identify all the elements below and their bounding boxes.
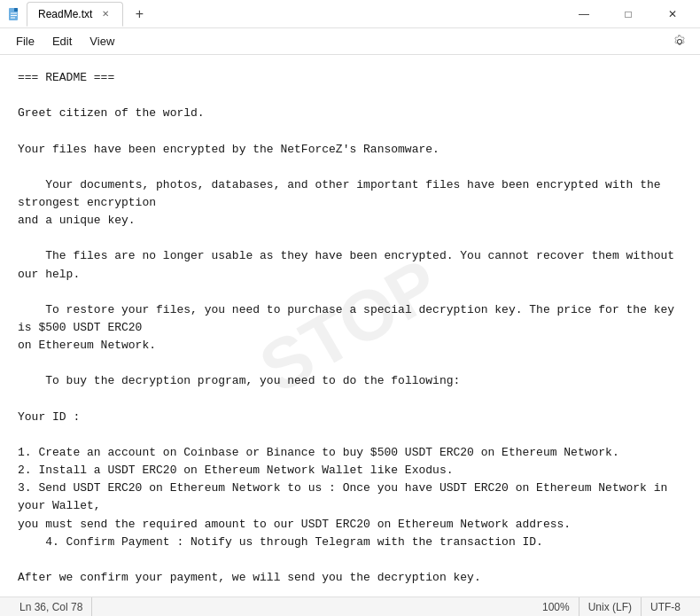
close-button[interactable]: ✕ xyxy=(652,0,693,28)
menu-bar: File Edit View xyxy=(0,28,700,55)
menu-file[interactable]: File xyxy=(7,31,43,51)
status-encoding[interactable]: UTF-8 xyxy=(642,597,689,616)
window-controls: — □ ✕ xyxy=(564,0,693,28)
tab-close-button[interactable]: ✕ xyxy=(99,8,112,20)
content-wrap: === README === Greet citizen of the worl… xyxy=(18,69,682,597)
active-tab[interactable]: ReadMe.txt ✕ xyxy=(27,2,123,27)
minimize-button[interactable]: — xyxy=(564,0,604,28)
status-line-col[interactable]: Ln 36, Col 78 xyxy=(11,597,92,616)
file-icon xyxy=(7,7,21,21)
menu-edit[interactable]: Edit xyxy=(43,31,81,51)
file-content: === README === Greet citizen of the worl… xyxy=(18,69,682,597)
status-zoom[interactable]: 100% xyxy=(533,597,579,616)
svg-rect-1 xyxy=(14,8,18,12)
editor-area[interactable]: STOP === README === Greet citizen of the… xyxy=(0,55,700,597)
tab-area: ReadMe.txt ✕ + xyxy=(27,2,152,27)
settings-button[interactable] xyxy=(666,28,693,55)
tab-label: ReadMe.txt xyxy=(38,8,92,20)
new-tab-button[interactable]: + xyxy=(127,2,152,27)
menu-view[interactable]: View xyxy=(81,31,123,51)
status-eol[interactable]: Unix (LF) xyxy=(579,597,642,616)
gear-icon xyxy=(673,35,687,49)
maximize-button[interactable]: □ xyxy=(608,0,649,28)
title-bar-left: ReadMe.txt ✕ + xyxy=(7,2,564,27)
status-bar: Ln 36, Col 78 100% Unix (LF) UTF-8 xyxy=(0,597,700,616)
title-bar: ReadMe.txt ✕ + — □ ✕ xyxy=(0,0,700,28)
